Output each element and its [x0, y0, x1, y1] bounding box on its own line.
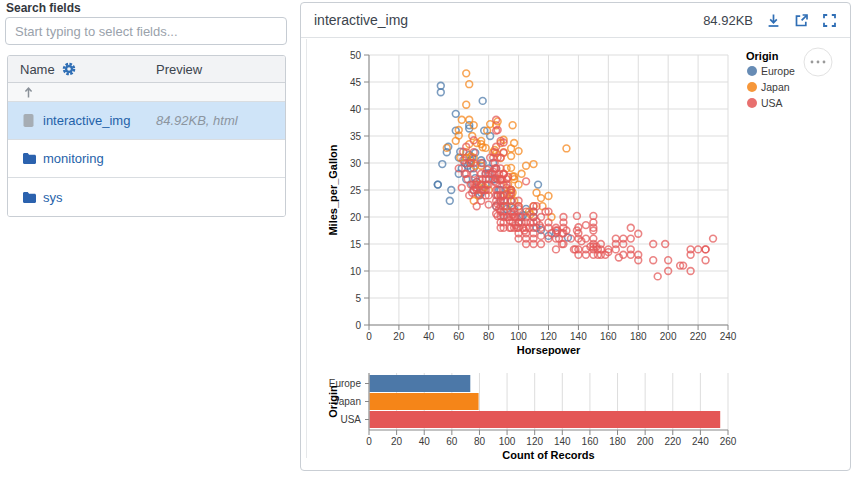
svg-text:USA: USA [761, 97, 783, 109]
svg-text:25: 25 [350, 185, 362, 196]
file-icon [22, 113, 37, 128]
svg-text:100: 100 [499, 436, 516, 447]
svg-text:140: 140 [554, 436, 571, 447]
svg-text:180: 180 [630, 331, 647, 342]
svg-text:260: 260 [720, 436, 737, 447]
svg-text:40: 40 [350, 104, 362, 115]
folder-link[interactable]: monitoring [43, 151, 104, 166]
svg-text:Horsepower: Horsepower [517, 344, 581, 356]
svg-text:30: 30 [350, 158, 362, 169]
download-icon[interactable] [766, 13, 781, 28]
svg-text:50: 50 [350, 50, 362, 61]
svg-text:40: 40 [423, 331, 435, 342]
file-link[interactable]: interactive_img [43, 113, 130, 128]
svg-text:Europe: Europe [761, 65, 795, 77]
svg-text:Miles_per_Gallon: Miles_per_Gallon [327, 144, 339, 235]
search-fields-input[interactable] [5, 17, 287, 45]
svg-text:240: 240 [720, 331, 737, 342]
folder-link[interactable]: sys [43, 190, 63, 205]
file-table: Name Preview interactive_img 84.92KB [7, 55, 286, 217]
preview-header: interactive_img 84.92KB [301, 3, 850, 38]
svg-text:120: 120 [540, 331, 557, 342]
svg-text:220: 220 [690, 331, 707, 342]
svg-text:140: 140 [570, 331, 587, 342]
svg-text:0: 0 [366, 436, 372, 447]
svg-text:5: 5 [355, 293, 361, 304]
up-arrow-icon [22, 86, 37, 99]
svg-text:220: 220 [664, 436, 681, 447]
svg-text:120: 120 [526, 436, 543, 447]
file-table-header: Name Preview [8, 56, 285, 83]
svg-text:100: 100 [510, 331, 527, 342]
svg-text:80: 80 [483, 331, 495, 342]
svg-text:20: 20 [350, 212, 362, 223]
folder-icon [22, 152, 37, 165]
folder-icon [22, 191, 37, 204]
svg-text:40: 40 [419, 436, 431, 447]
svg-text:160: 160 [600, 331, 617, 342]
svg-text:180: 180 [609, 436, 626, 447]
svg-text:0: 0 [366, 331, 372, 342]
svg-text:60: 60 [446, 436, 458, 447]
parent-directory-row[interactable] [8, 83, 285, 102]
svg-text:20: 20 [391, 436, 403, 447]
search-fields-label: Search fields [6, 1, 81, 15]
svg-text:200: 200 [637, 436, 654, 447]
folder-row-monitoring[interactable]: monitoring [8, 140, 285, 178]
gear-icon[interactable] [62, 62, 76, 76]
file-preview-info: 84.92KB, html [156, 113, 238, 128]
svg-text:80: 80 [474, 436, 486, 447]
svg-text:Origin: Origin [746, 50, 779, 62]
svg-text:10: 10 [350, 266, 362, 277]
folder-row-sys[interactable]: sys [8, 178, 285, 216]
file-size-label: 84.92KB [703, 13, 753, 28]
svg-text:45: 45 [350, 77, 362, 88]
preview-panel: interactive_img 84.92KB [300, 2, 851, 471]
file-row-interactive-img[interactable]: interactive_img 84.92KB, html [8, 102, 285, 140]
svg-text:0: 0 [355, 320, 361, 331]
svg-text:200: 200 [660, 331, 677, 342]
svg-text:Japan: Japan [761, 81, 790, 93]
name-column-header[interactable]: Name [20, 62, 76, 77]
fullscreen-icon[interactable] [822, 13, 837, 28]
svg-text:35: 35 [350, 131, 362, 142]
svg-text:160: 160 [582, 436, 599, 447]
preview-title: interactive_img [314, 12, 408, 28]
svg-text:Count of Records: Count of Records [502, 449, 594, 461]
name-header-label: Name [20, 62, 55, 77]
svg-text:20: 20 [393, 331, 405, 342]
svg-text:15: 15 [350, 239, 362, 250]
vega-chart-canvas[interactable]: 0204060801001201401601802002202400510152… [307, 40, 850, 466]
svg-text:Origin: Origin [327, 385, 339, 418]
svg-text:60: 60 [453, 331, 465, 342]
preview-column-header: Preview [156, 62, 202, 77]
fields-sidebar: Search fields Name Preview [0, 0, 296, 478]
svg-text:240: 240 [692, 436, 709, 447]
open-in-new-icon[interactable] [794, 13, 809, 28]
svg-text:USA: USA [340, 414, 361, 425]
